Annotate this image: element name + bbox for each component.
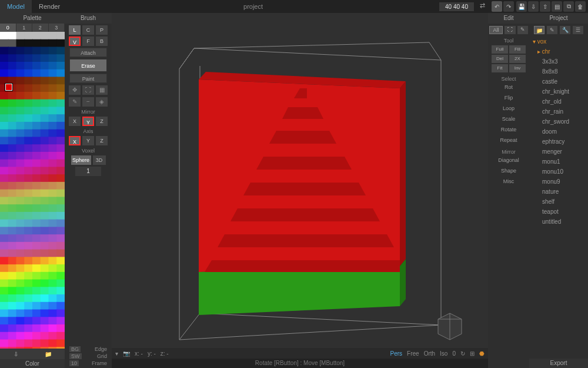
tool-fill[interactable]: Fill <box>509 45 526 54</box>
cube-icon[interactable]: ⬣ <box>479 350 485 357</box>
tab-model[interactable]: Model <box>0 0 32 13</box>
erase-button[interactable]: Erase <box>69 59 107 72</box>
viewport-3d[interactable]: ▾ 📷 x: - y: - z: - Pers Free Orth Iso 0 … <box>112 13 488 368</box>
axis-z[interactable]: Z <box>96 136 108 145</box>
op-rot[interactable]: Rot <box>488 82 529 92</box>
proj-list-icon[interactable]: ☰ <box>573 26 583 34</box>
mirror-x[interactable]: X <box>69 117 81 126</box>
proj-pen-icon[interactable]: ✎ <box>547 26 557 34</box>
mirror-y[interactable]: Y <box>82 117 94 126</box>
file-teapot[interactable]: teapot <box>537 207 584 217</box>
tool-2x[interactable]: 2X <box>509 55 526 63</box>
brush-f[interactable]: F <box>82 37 94 46</box>
swap-icon[interactable]: ⇄ <box>477 2 487 11</box>
pen-icon[interactable]: ✎ <box>69 97 81 107</box>
brush-b[interactable]: B <box>96 37 108 46</box>
proj-orth[interactable]: Orth <box>424 350 435 357</box>
picker-icon[interactable]: ◈ <box>96 97 108 107</box>
redo-button[interactable]: ↷ <box>503 1 514 12</box>
dimensions[interactable]: 40 40 40 <box>439 2 474 11</box>
palette-swatches[interactable] <box>0 32 65 349</box>
move-icon[interactable]: ✥ <box>69 85 81 95</box>
tab-render[interactable]: Render <box>32 0 67 13</box>
brush-l[interactable]: L <box>69 25 81 35</box>
axis-y[interactable]: Y <box>82 136 94 145</box>
grid-icon[interactable]: ⊞ <box>470 350 475 357</box>
new-icon[interactable]: ▤ <box>552 1 562 12</box>
tool-del[interactable]: Del <box>492 55 508 63</box>
folder-vox[interactable]: ▾ vox <box>533 38 546 45</box>
file-untitled[interactable]: untitled <box>537 217 584 227</box>
proj-pers[interactable]: Pers <box>390 350 403 357</box>
minus-icon[interactable]: − <box>82 97 94 107</box>
camera-icon[interactable]: 📷 <box>123 350 130 357</box>
delete-icon[interactable]: 🗑 <box>575 1 586 12</box>
sphere-button[interactable]: Sphere <box>71 155 91 165</box>
select-box-icon[interactable]: ⛶ <box>82 85 94 95</box>
brush-p[interactable]: P <box>96 25 108 35</box>
folder-chr[interactable]: ▸ chr <box>533 48 550 55</box>
proj-wrench-icon[interactable]: 🔧 <box>560 26 570 34</box>
proj-folder-icon[interactable]: 📁 <box>534 26 544 34</box>
op-diagonal[interactable]: Diagonal <box>488 155 529 165</box>
file-chr_sword[interactable]: chr_sword <box>537 117 584 127</box>
file-shelf[interactable]: shelf <box>537 197 584 207</box>
download-icon[interactable]: ⇩ <box>528 1 539 12</box>
grid-label[interactable]: Grid <box>97 353 107 359</box>
tool-fit[interactable]: Fit <box>492 64 508 72</box>
brush-v[interactable]: V <box>69 37 81 46</box>
mirror-z[interactable]: Z <box>96 117 108 126</box>
save-button[interactable]: 💾 <box>516 1 527 12</box>
edge-label[interactable]: Edge <box>95 346 107 352</box>
file-castle[interactable]: castle <box>537 77 584 87</box>
edit-wand-icon[interactable]: ✎ <box>517 26 528 34</box>
frame-label[interactable]: Frame <box>92 360 107 366</box>
sw-label[interactable]: SW <box>69 353 82 359</box>
ten-label[interactable]: 10 <box>69 360 79 366</box>
bg-label[interactable]: BG <box>69 346 81 352</box>
region-icon[interactable]: ▦ <box>96 85 108 95</box>
op-rotate[interactable]: Rotate <box>488 124 529 135</box>
file-monu9[interactable]: monu9 <box>537 177 584 187</box>
palette-tab-3[interactable]: 3 <box>49 24 65 32</box>
edit-all[interactable]: All <box>489 26 502 34</box>
export-bar[interactable]: Export <box>529 359 588 368</box>
palette-tab-0[interactable]: 0 <box>0 24 16 32</box>
file-monu1[interactable]: monu1 <box>537 157 584 167</box>
axis-x[interactable]: X <box>69 136 81 145</box>
op-loop[interactable]: Loop <box>488 103 529 114</box>
op-flip[interactable]: Flip <box>488 92 529 103</box>
palette-download-icon[interactable]: ⇩ <box>14 351 18 357</box>
select-label[interactable]: Select <box>488 76 529 82</box>
recenter-icon[interactable]: ↻ <box>460 350 465 357</box>
op-repeat[interactable]: Repeat <box>488 135 529 145</box>
file-doom[interactable]: doom <box>537 127 584 137</box>
palette-tab-2[interactable]: 2 <box>32 24 49 32</box>
proj-free[interactable]: Free <box>407 350 419 357</box>
file-chr_old[interactable]: chr_old <box>537 97 584 107</box>
file-menger[interactable]: menger <box>537 147 584 157</box>
edit-expand-icon[interactable]: ⛶ <box>505 26 516 34</box>
paint-button[interactable]: Paint <box>69 74 107 83</box>
proj-iso[interactable]: Iso <box>440 350 447 357</box>
file-monu10[interactable]: monu10 <box>537 167 584 177</box>
file-8x8x8[interactable]: 8x8x8 <box>537 67 584 77</box>
undo-button[interactable]: ↶ <box>492 1 502 12</box>
brush-c[interactable]: C <box>82 25 94 35</box>
copy-icon[interactable]: ⧉ <box>563 1 574 12</box>
attach-button[interactable]: Attach <box>69 48 107 57</box>
file-chr_rain[interactable]: chr_rain <box>537 107 584 117</box>
export-icon[interactable]: ⇧ <box>540 1 550 12</box>
tool-inv[interactable]: Inv <box>509 64 526 72</box>
op-misc[interactable]: Misc <box>488 176 529 187</box>
tool-full[interactable]: Full <box>492 45 508 54</box>
file-ephtracy[interactable]: ephtracy <box>537 137 584 147</box>
brush-size[interactable]: 1 <box>75 167 101 176</box>
file-nature[interactable]: nature <box>537 187 584 197</box>
op-scale[interactable]: Scale <box>488 114 529 124</box>
palette-folder-icon[interactable]: 📁 <box>45 351 52 357</box>
op-shape[interactable]: Shape <box>488 165 529 176</box>
threeD-button[interactable]: 3D <box>93 155 106 165</box>
vp-chevron-icon[interactable]: ▾ <box>115 350 118 357</box>
file-chr_knight[interactable]: chr_knight <box>537 87 584 97</box>
